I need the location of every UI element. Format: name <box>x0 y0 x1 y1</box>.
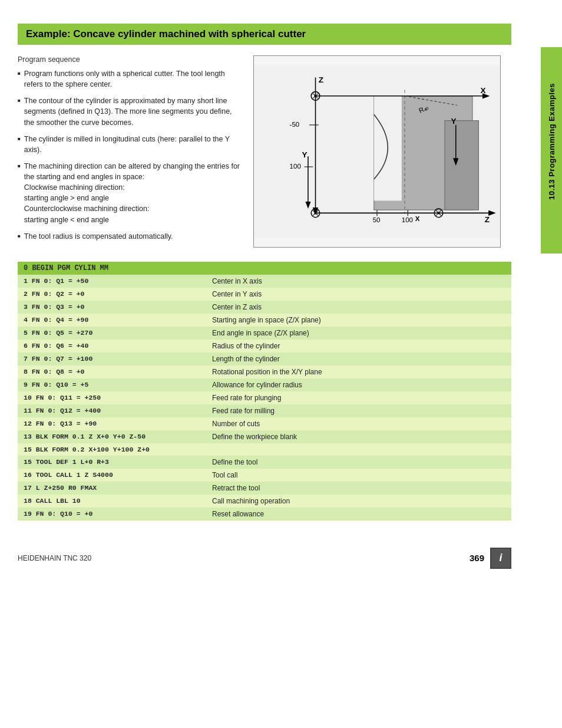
description-cell: Length of the cylinder <box>206 353 511 365</box>
svg-text:100: 100 <box>290 163 301 170</box>
footer: HEIDENHAIN TNC 320 369 i <box>0 538 541 578</box>
description-cell: Rotational position in the X/Y plane <box>206 365 511 378</box>
main-content: Example: Concave cylinder machined with … <box>0 12 541 532</box>
table-row: 18 CALL LBL 10Call machining operation <box>18 495 511 508</box>
text-section: Program sequence Program functions only … <box>18 55 242 248</box>
program-sequence-label: Program sequence <box>18 55 242 64</box>
table-row: 12 FN 0: Q13 = +90Number of cuts <box>18 417 511 430</box>
description-cell: Feed rate for milling <box>206 404 511 417</box>
code-cell: 7 FN 0: Q7 = +100 <box>18 353 206 365</box>
table-row: 15 TOOL DEF 1 L+0 R+3Define the tool <box>18 456 511 469</box>
svg-text:Z: Z <box>319 75 323 84</box>
description-cell: Retract the tool <box>206 482 511 495</box>
description-cell: Allowance for cylinder radius <box>206 378 511 391</box>
page-number: 369 <box>470 553 484 563</box>
description-cell: End angle in space (Z/X plane) <box>206 327 511 340</box>
table-row: 8 FN 0: Q8 = +0Rotational position in th… <box>18 365 511 378</box>
code-cell: 4 FN 0: Q4 = +90 <box>18 314 206 327</box>
bullet-item-0: Program functions only with a spherical … <box>18 68 242 90</box>
code-cell: 19 FN 0: Q10 = +0 <box>18 508 206 521</box>
code-cell: 10 FN 0: Q11 = +250 <box>18 391 206 404</box>
bullet-item-3: The machining direction can be altered b… <box>18 161 242 225</box>
svg-text:-50: -50 <box>290 121 300 128</box>
code-cell: 1 FN 0: Q1 = +50 <box>18 275 206 288</box>
table-row: 4 FN 0: Q4 = +90Starting angle in space … <box>18 314 511 327</box>
page-title: Example: Concave cylinder machined with … <box>26 28 503 40</box>
svg-text:Y: Y <box>302 150 308 159</box>
svg-text:Y: Y <box>451 117 456 126</box>
svg-text:100: 100 <box>402 216 413 223</box>
svg-rect-2 <box>445 121 478 210</box>
code-cell: 9 FN 0: Q10 = +5 <box>18 378 206 391</box>
page-wrapper: 10.13 Programming Examples Example: Conc… <box>0 0 562 728</box>
bullet-item-4: The tool radius is compensated automatic… <box>18 231 242 242</box>
description-cell: Define the tool <box>206 456 511 469</box>
title-bar: Example: Concave cylinder machined with … <box>18 24 511 45</box>
table-row: 7 FN 0: Q7 = +100Length of the cylinder <box>18 353 511 365</box>
description-cell: Center in Y axis <box>206 288 511 301</box>
code-cell: 16 TOOL CALL 1 Z S4000 <box>18 469 206 482</box>
table-row: 6 FN 0: Q6 = +40Radius of the cylinder <box>18 340 511 353</box>
description-cell: Call machining operation <box>206 495 511 508</box>
description-cell: Center in X axis <box>206 275 511 288</box>
table-row: 3 FN 0: Q3 = +0Center in Z axis <box>18 301 511 314</box>
description-cell: Number of cuts <box>206 417 511 430</box>
table-row: 11 FN 0: Q12 = +400Feed rate for milling <box>18 404 511 417</box>
svg-text:50: 50 <box>373 216 381 223</box>
table-row: 15 BLK FORM 0.2 X+100 Y+100 Z+0 <box>18 443 511 456</box>
description-cell: Reset allowance <box>206 508 511 521</box>
info-box: i <box>490 548 511 569</box>
code-cell: 3 FN 0: Q3 = +0 <box>18 301 206 314</box>
table-row: 13 BLK FORM 0.1 Z X+0 Y+0 Z-50Define the… <box>18 430 511 443</box>
description-cell: Center in Z axis <box>206 301 511 314</box>
table-row: 1 FN 0: Q1 = +50Center in X axis <box>18 275 511 288</box>
footer-right: 369 i <box>470 548 511 569</box>
table-row: 10 FN 0: Q11 = +250Feed rate for plungin… <box>18 391 511 404</box>
code-cell: 13 BLK FORM 0.1 Z X+0 Y+0 Z-50 <box>18 430 206 443</box>
code-cell: 17 L Z+250 R0 FMAX <box>18 482 206 495</box>
svg-text:Z: Z <box>485 215 490 224</box>
table-row: 9 FN 0: Q10 = +5Allowance for cylinder r… <box>18 378 511 391</box>
table-row: 17 L Z+250 R0 FMAXRetract the tool <box>18 482 511 495</box>
code-cell: 0 BEGIN PGM CYLIN MM <box>18 262 206 275</box>
description-cell <box>206 443 511 456</box>
description-cell: Define the workpiece blank <box>206 430 511 443</box>
code-cell: 6 FN 0: Q6 = +40 <box>18 340 206 353</box>
bullet-item-1: The contour of the cylinder is approxima… <box>18 95 242 127</box>
bullet-item-2: The cylinder is milled in longitudinal c… <box>18 134 242 155</box>
code-table: 0 BEGIN PGM CYLIN MM1 FN 0: Q1 = +50Cent… <box>18 262 511 521</box>
diagram-section: Z X Y Y Z -50 <box>253 55 501 248</box>
table-row: 5 FN 0: Q5 = +270End angle in space (Z/X… <box>18 327 511 340</box>
description-cell: Starting angle in space (Z/X plane) <box>206 314 511 327</box>
side-tab-green-accent <box>541 236 562 253</box>
side-tab: 10.13 Programming Examples <box>541 47 562 236</box>
table-row: 16 TOOL CALL 1 Z S4000Tool call <box>18 469 511 482</box>
svg-text:X: X <box>415 215 420 222</box>
description-cell: Feed rate for plunging <box>206 391 511 404</box>
diagram-svg: Z X Y Y Z -50 <box>254 56 500 247</box>
table-row: 19 FN 0: Q10 = +0Reset allowance <box>18 508 511 521</box>
code-cell: 15 TOOL DEF 1 L+0 R+3 <box>18 456 206 469</box>
svg-text:X: X <box>481 86 486 95</box>
code-cell: 2 FN 0: Q2 = +0 <box>18 288 206 301</box>
description-cell: Radius of the cylinder <box>206 340 511 353</box>
top-section: Program sequence Program functions only … <box>18 55 511 248</box>
code-cell: 18 CALL LBL 10 <box>18 495 206 508</box>
side-tab-text: 10.13 Programming Examples <box>547 83 556 200</box>
footer-brand: HEIDENHAIN TNC 320 <box>18 554 91 562</box>
description-cell: Tool call <box>206 469 511 482</box>
code-cell: 8 FN 0: Q8 = +0 <box>18 365 206 378</box>
table-row: 2 FN 0: Q2 = +0Center in Y axis <box>18 288 511 301</box>
code-cell: 11 FN 0: Q12 = +400 <box>18 404 206 417</box>
code-cell: 15 BLK FORM 0.2 X+100 Y+100 Z+0 <box>18 443 206 456</box>
info-icon: i <box>499 552 502 564</box>
code-cell: 12 FN 0: Q13 = +90 <box>18 417 206 430</box>
bullet-list: Program functions only with a spherical … <box>18 68 242 242</box>
code-cell: 5 FN 0: Q5 = +270 <box>18 327 206 340</box>
description-cell <box>206 262 511 275</box>
table-row: 0 BEGIN PGM CYLIN MM <box>18 262 511 275</box>
